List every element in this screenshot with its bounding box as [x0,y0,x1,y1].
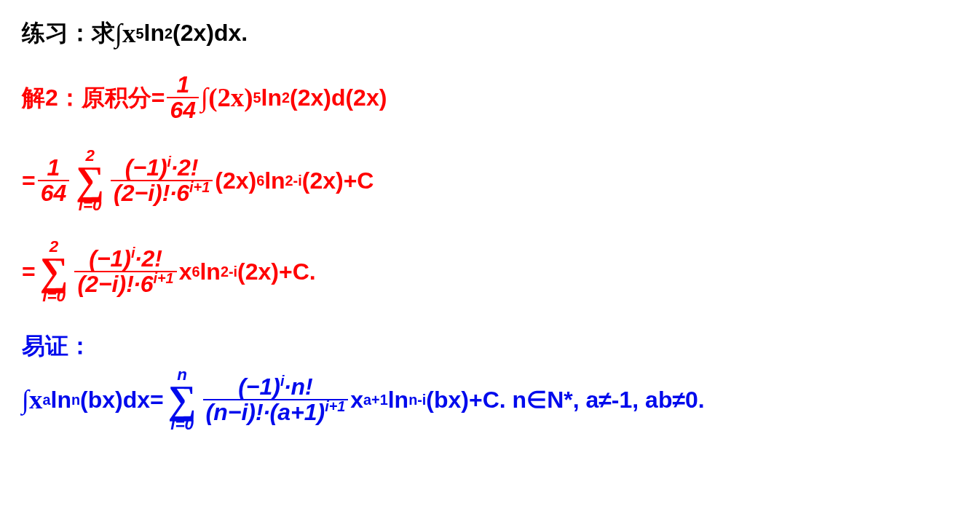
numerator: (−1)i·2! [122,156,202,181]
integral-symbol: ∫x [115,15,135,52]
sigma-bottom: i=0 [79,197,102,213]
fraction: 1 64 [38,156,70,206]
text: ln [51,384,71,416]
sigma: n ∑ i=0 [168,367,197,433]
denominator: 64 [167,97,199,123]
proof-formula: ∫xalnn(bx)dx= n ∑ i=0 (−1)i·n! (n−i)!·(a… [22,367,958,433]
fraction: (−1)i·n! (n−i)!·(a+1)i+1 [203,375,349,425]
sigma-symbol: ∑ [40,255,68,288]
exp: i+1 [154,271,174,287]
text: ln [264,165,285,197]
text: ln [144,17,165,50]
solution-label: 解2： [22,82,82,114]
sigma: 2 ∑ i=0 [40,239,68,305]
numerator: (−1)i·n! [235,375,315,400]
text: x [350,384,363,416]
text: (2x)d(2x) [290,82,387,114]
solution-step-1: 解2： 原积分= 1 64 ∫(2x)5ln2(2x)d(2x) [22,73,958,123]
eq: = [22,256,36,288]
solution-step-3: = 2 ∑ i=0 (−1)i·2! (2−i)!·6i+1 x6ln2-i(2… [22,239,958,305]
denominator: (2−i)!·6i+1 [74,271,176,297]
text: ln [388,384,408,416]
text: (2x)dx. [173,17,248,50]
numerator: 1 [173,73,192,98]
proof-label: 易证： [22,333,92,359]
numerator: (−1)i·2! [86,247,165,272]
denominator: (n−i)!·(a+1)i+1 [203,399,349,425]
fraction: 1 64 [167,73,199,123]
text: (2x) [215,165,256,197]
text: 原积分= [82,82,165,114]
fraction: (−1)i·2! (2−i)!·6i+1 [74,247,176,297]
solution-step-2: = 1 64 2 ∑ i=0 (−1)i·2! (2−i)!·6i+1 (2x)… [22,148,958,214]
integral-symbol: ∫x [22,381,42,419]
integral-symbol: ∫(2x) [201,79,253,116]
fraction: (−1)i·2! (2−i)!·6i+1 [111,156,213,206]
sigma-symbol: ∑ [168,383,197,416]
exercise-prompt: 求 [92,17,115,50]
sigma-bottom: i=0 [42,288,66,304]
exp: i+1 [325,398,345,414]
exercise-label: 练习： [22,17,92,50]
denominator: 64 [38,180,70,206]
text: (2x)+C. [237,256,316,288]
text: ln [199,256,220,288]
exercise-line: 练习： 求 ∫x5ln2(2x)dx. [22,15,958,52]
text: (bx)dx= [80,384,164,416]
numerator: 1 [44,156,63,181]
text: ln [261,82,282,114]
sigma-symbol: ∑ [76,164,104,197]
sigma: 2 ∑ i=0 [76,148,104,214]
denominator: (2−i)!·6i+1 [111,180,213,206]
sigma-bottom: i=0 [170,416,194,432]
exp: i+1 [189,180,210,196]
text: (2x)+C [302,165,374,197]
eq: = [22,165,36,197]
proof-label-line: 易证： [22,330,958,363]
text: (bx)+C. n∈N*, a≠-1, ab≠0. [426,384,704,416]
text: x [179,256,192,288]
